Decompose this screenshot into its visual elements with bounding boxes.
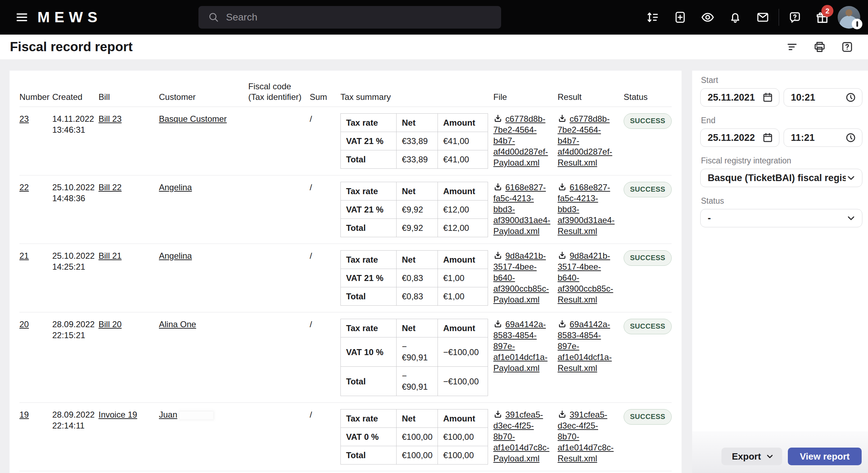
mail-icon[interactable] — [749, 0, 777, 35]
bill-cell: Bill 20 — [99, 319, 159, 330]
download-icon — [558, 114, 567, 123]
start-date-input[interactable]: 25.11.2021 — [700, 88, 779, 107]
help-icon[interactable] — [833, 35, 861, 59]
download-icon — [493, 319, 503, 329]
download-icon — [493, 182, 503, 192]
tax-value-cell: €12,00 — [438, 200, 488, 219]
table-row: 23 14.11.202213:46:31 Bill 23 Basque Cus… — [19, 107, 672, 175]
tax-col-net: Net — [397, 251, 438, 269]
tax-summary-cell: Tax rate Net Amount VAT 10 %−€90,91−€100… — [340, 319, 493, 396]
record-number-link[interactable]: 21 — [19, 251, 29, 261]
bill-link[interactable]: Bill 23 — [99, 114, 121, 124]
tax-summary-cell: Tax rate Net Amount VAT 0 %€100,00€100,0… — [340, 409, 493, 465]
tax-col-rate: Tax rate — [341, 319, 397, 337]
sum-cell: / — [310, 319, 340, 330]
tax-summary-table: Tax rate Net Amount VAT 21 %€0,83€1,00To… — [340, 250, 488, 306]
search-icon — [208, 11, 220, 23]
col-header-customer: Customer — [159, 92, 248, 102]
table-row: 21 25.10.202214:25:21 Bill 21 Angelina /… — [19, 244, 672, 312]
end-time-input[interactable]: 11:21 — [784, 128, 863, 147]
customer-link[interactable]: Juan — [159, 410, 177, 419]
record-number-link[interactable]: 20 — [19, 319, 29, 329]
result-cell: 6168e827-fa5c-4213-bbd3-af3900d31ae4-Res… — [558, 182, 624, 236]
tax-value-cell: €100,00 — [397, 446, 438, 465]
tax-rate-cell: VAT 21 % — [341, 269, 397, 287]
table-row: 20 28.09.202222:15:21 Bill 20 Alina One … — [19, 312, 672, 403]
tax-col-amount: Amount — [438, 114, 488, 132]
download-icon — [558, 410, 567, 419]
bill-link[interactable]: Bill 20 — [99, 319, 121, 329]
customer-link[interactable]: Basque Customer — [159, 114, 227, 124]
tax-summary-cell: Tax rate Net Amount VAT 21 %€9,92€12,00T… — [340, 182, 493, 237]
status-cell: SUCCESS — [624, 182, 672, 197]
tax-summary-table: Tax rate Net Amount VAT 21 %€33,89€41,00… — [340, 113, 488, 169]
result-cell: 9d8a421b-3517-4bee-b640-af3900ccb85c-Res… — [558, 250, 624, 305]
file-cell: 6168e827-fa5c-4213-bbd3-af3900d31ae4-Pay… — [493, 182, 558, 236]
customer-cell: Juan — [159, 409, 248, 420]
eye-icon[interactable] — [694, 0, 721, 35]
number-cell: 19 — [19, 409, 52, 420]
record-number-link[interactable]: 22 — [19, 182, 29, 192]
customer-link[interactable]: Alina One — [159, 319, 196, 329]
export-button[interactable]: Export — [721, 448, 782, 465]
presence-indicator — [852, 19, 862, 29]
tax-table-body: VAT 21 %€33,89€41,00Total€33,89€41,00 — [341, 132, 488, 169]
number-cell: 22 — [19, 182, 52, 193]
tax-summary-cell: Tax rate Net Amount VAT 21 %€33,89€41,00… — [340, 113, 493, 169]
view-report-button[interactable]: View report — [788, 448, 862, 465]
print-icon[interactable] — [806, 35, 833, 59]
tax-rate-cell: Total — [341, 367, 397, 396]
customer-link[interactable]: Angelina — [159, 182, 192, 192]
status-cell: SUCCESS — [624, 319, 672, 334]
bill-link[interactable]: Invoice 19 — [99, 410, 137, 419]
tax-rate-cell: VAT 10 % — [341, 337, 397, 367]
tax-value-cell: €12,00 — [438, 219, 488, 237]
filter-icon[interactable] — [778, 35, 806, 59]
record-number-link[interactable]: 23 — [19, 114, 29, 124]
created-cell: 28.09.202222:15:21 — [52, 319, 99, 341]
bill-link[interactable]: Bill 22 — [99, 182, 121, 192]
col-header-file: File — [493, 92, 558, 102]
customer-link[interactable]: Angelina — [159, 251, 192, 261]
tax-value-cell: −€90,91 — [397, 337, 438, 367]
tax-value-cell: €0,83 — [397, 287, 438, 306]
gift-icon[interactable]: 2 — [809, 0, 836, 35]
notifications-bell-icon[interactable] — [721, 0, 749, 35]
start-time-input[interactable]: 10:21 — [784, 88, 863, 107]
download-icon — [558, 319, 567, 329]
col-header-created: Created — [52, 92, 99, 102]
hamburger-menu-icon[interactable] — [14, 10, 30, 25]
tax-value-cell: €41,00 — [438, 132, 488, 150]
end-date-input[interactable]: 25.11.2022 — [700, 128, 779, 147]
tax-value-cell: €100,00 — [438, 428, 488, 446]
filter-sidebar: Start 25.11.2021 10:21 End 25.11.2022 11… — [692, 71, 868, 473]
avatar[interactable] — [838, 6, 860, 29]
record-number-link[interactable]: 19 — [19, 410, 29, 419]
clock-icon — [845, 92, 856, 103]
col-header-number: Number — [19, 92, 52, 102]
tax-rate-cell: Total — [341, 446, 397, 465]
topbar-divider — [779, 9, 779, 26]
integration-label: Fiscal registry integration — [701, 156, 862, 166]
number-cell: 23 — [19, 113, 52, 124]
tax-col-amount: Amount — [438, 251, 488, 269]
sidebar-footer: Export View report — [692, 431, 868, 473]
status-cell: SUCCESS — [624, 409, 672, 425]
add-reservation-icon[interactable] — [666, 0, 694, 35]
tax-value-cell: €33,89 — [397, 150, 438, 169]
tax-value-cell: €9,92 — [397, 219, 438, 237]
help-chat-icon[interactable] — [781, 0, 809, 35]
tax-col-rate: Tax rate — [341, 409, 397, 428]
line-spacing-icon[interactable] — [639, 0, 666, 35]
bill-link[interactable]: Bill 21 — [99, 251, 121, 261]
sum-cell: / — [310, 182, 340, 193]
tax-summary-cell: Tax rate Net Amount VAT 21 %€0,83€1,00To… — [340, 250, 493, 306]
integration-select[interactable]: Basque (TicketBAI) fiscal registry … — [700, 169, 862, 187]
search-input[interactable] — [226, 12, 501, 23]
status-badge: SUCCESS — [624, 409, 672, 425]
tax-summary-table: Tax rate Net Amount VAT 0 %€100,00€100,0… — [340, 409, 488, 465]
search-box[interactable] — [198, 6, 501, 29]
status-select[interactable]: - — [700, 209, 862, 227]
tax-rate-cell: VAT 21 % — [341, 200, 397, 219]
tax-value-cell: €100,00 — [438, 446, 488, 465]
